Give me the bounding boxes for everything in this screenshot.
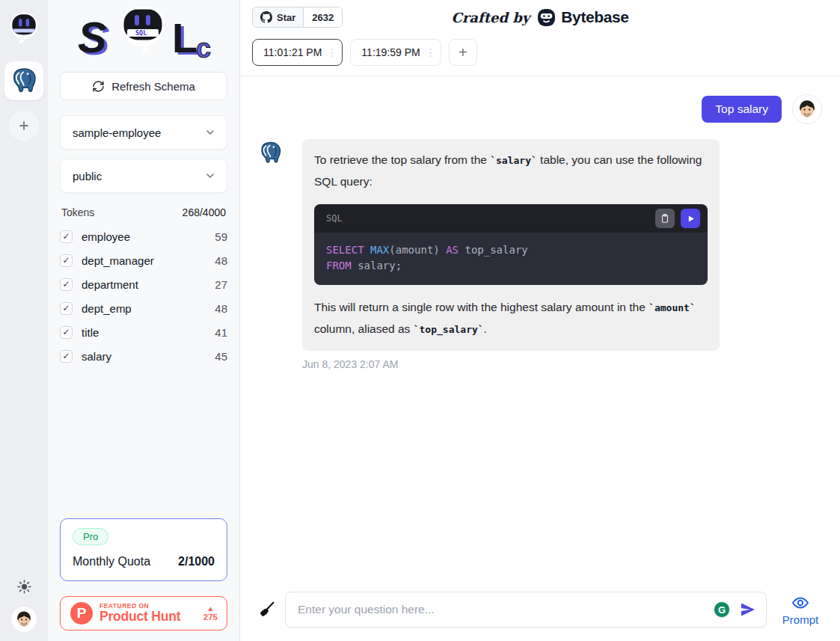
svg-text:SQL: SQL [135,29,147,37]
schema-select-value: public [73,170,102,183]
sql-code-block: SQL SELECT MAX(amount) AS top_salaryFROM… [314,204,708,285]
quota-label: Monthly Quota [73,555,150,568]
refresh-schema-label: Refresh Schema [111,80,195,93]
send-button[interactable] [739,601,757,619]
user-message-avatar [792,94,822,124]
table-token-count: 48 [215,254,227,267]
table-token-count: 59 [215,230,227,243]
postgresql-icon [10,67,38,95]
left-rail: + [0,0,48,641]
table-name: dept_manager [82,254,154,267]
topbar: Star 2632 Crafted by Bytebase 11:01:21 P… [240,0,840,76]
table-name: salary [82,350,111,363]
run-query-button[interactable] [681,209,700,228]
tokens-row: Tokens 268/4000 [61,206,226,218]
account-avatar-button[interactable] [11,607,37,632]
add-connection-button[interactable]: + [9,111,39,141]
table-name: department [82,278,138,291]
sqlchat-bot-avatar[interactable] [9,12,39,45]
eye-icon [791,594,809,612]
assistant-paragraph: This will return a single row with the h… [314,297,708,340]
table-checkbox[interactable]: ✓ [60,278,73,291]
logo-s: S [78,13,107,61]
svg-text:L: L [172,14,197,61]
table-checkbox[interactable]: ✓ [60,302,73,315]
table-checkbox[interactable]: ✓ [60,326,73,339]
assistant-message-row: To retrieve the top salary from the `sal… [258,139,822,351]
sqlchat-bot-icon [9,12,39,45]
github-star-button[interactable]: Star 2632 [252,7,343,28]
schema-select[interactable]: public [60,159,227,193]
table-row[interactable]: ✓ salary 45 [60,344,227,368]
composer: G Prompt [240,592,840,641]
send-icon [739,601,757,619]
crafted-by-label: Crafted by [451,10,530,25]
inline-code: `amount` [649,302,696,313]
tab-conversation[interactable]: 11:19:59 PM ⋮ [350,39,441,66]
tab-menu-icon[interactable]: ⋮ [327,46,336,58]
tokens-value: 268/4000 [183,206,226,218]
table-row[interactable]: ✓ title 41 [60,320,227,344]
refresh-icon [92,80,105,93]
upvote-count: 275 [203,613,218,622]
table-checkbox[interactable]: ✓ [60,350,73,363]
table-checkbox[interactable]: ✓ [60,230,73,243]
quota-value: 2/1000 [178,555,215,568]
table-name: dept_emp [82,302,132,315]
play-icon [686,214,696,224]
table-row[interactable]: ✓ department 27 [60,272,227,296]
copy-code-button[interactable] [655,209,675,228]
broom-icon [258,601,276,619]
code-block-header: SQL [314,204,708,233]
message-timestamp: Jun 8, 2023 2:07 AM [302,358,822,370]
grammarly-icon[interactable]: G [714,601,730,618]
question-input[interactable] [298,603,714,616]
sun-icon [16,579,32,595]
product-hunt-badge[interactable]: P FEATURED ON Product Hunt ▲ 275 [60,596,227,631]
tab-conversation-active[interactable]: 11:01:21 PM ⋮ [252,39,343,66]
github-star-count: 2632 [304,7,342,27]
table-row[interactable]: ✓ employee 59 [60,224,227,248]
sidebar-spacer [60,368,227,518]
tokens-label: Tokens [61,206,94,218]
tab-menu-icon[interactable]: ⋮ [426,46,435,58]
database-select[interactable]: sample-employee [60,115,227,150]
bytebase-brand-name: Bytebase [561,8,628,26]
user-message-row: Top salary [258,94,822,124]
code-language-label: SQL [326,208,343,229]
product-hunt-name: Product Hunt [99,610,180,623]
user-message-bubble: Top salary [702,96,782,123]
tab-label: 11:19:59 PM [361,46,420,58]
new-conversation-button[interactable]: + [449,39,477,66]
pro-quota-card: Pro Monthly Quota 2/1000 [60,518,227,581]
chevron-down-icon [204,126,216,138]
refresh-schema-button[interactable]: Refresh Schema [60,72,227,100]
table-checkbox[interactable]: ✓ [60,254,73,267]
github-icon [260,11,272,23]
table-row[interactable]: ✓ dept_emp 48 [60,296,227,320]
table-token-count: 41 [215,326,227,339]
postgresql-icon [258,141,283,165]
table-row[interactable]: ✓ dept_manager 48 [60,248,227,272]
assistant-paragraph: To retrieve the top salary from the `sal… [314,150,708,192]
product-hunt-upvotes: ▲ 275 [203,604,218,622]
message-list: Top salary [240,76,840,592]
pro-badge: Pro [73,528,108,545]
table-name: title [82,326,99,339]
tab-label: 11:01:21 PM [263,46,322,58]
prompt-button[interactable]: Prompt [779,594,822,626]
clear-conversation-button[interactable] [258,601,279,619]
connection-postgres-button[interactable] [4,61,43,100]
user-avatar [793,95,821,123]
table-token-count: 48 [215,302,227,315]
chat-main: Star 2632 Crafted by Bytebase 11:01:21 P… [239,0,840,641]
theme-toggle-button[interactable] [16,579,32,595]
inline-code: `salary` [490,155,537,166]
svg-text:c: c [196,33,211,64]
question-input-box: G [285,592,767,628]
code-content: SELECT MAX(amount) AS top_salaryFROM sal… [314,233,708,285]
user-avatar [11,607,37,632]
sqlchat-logo: S S SQL L L c [60,3,227,69]
assistant-avatar [258,141,283,165]
assistant-message-bubble: To retrieve the top salary from the `sal… [302,139,720,351]
